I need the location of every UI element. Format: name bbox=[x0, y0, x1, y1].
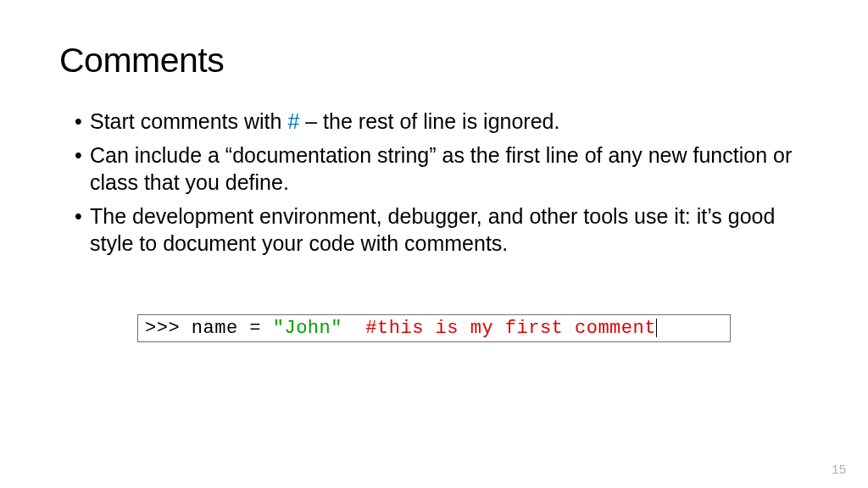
bullet-1-post: – the rest of line is ignored. bbox=[299, 109, 559, 133]
code-example: >>> name = "John" #this is my first comm… bbox=[137, 314, 731, 342]
bullet-list: Start comments with # – the rest of line… bbox=[59, 108, 809, 257]
bullet-1-pre: Start comments with bbox=[90, 109, 287, 133]
code-string: "John" bbox=[273, 318, 342, 339]
text-cursor-icon bbox=[656, 319, 657, 337]
bullet-3: The development environment, debugger, a… bbox=[75, 202, 809, 257]
code-gap bbox=[342, 318, 365, 339]
page-number: 15 bbox=[832, 462, 846, 476]
hash-symbol: # bbox=[287, 109, 299, 133]
code-prompt: >>> bbox=[145, 318, 192, 339]
slide: Comments Start comments with # – the res… bbox=[0, 0, 868, 488]
bullet-1: Start comments with # – the rest of line… bbox=[75, 108, 809, 135]
code-comment: #this is my first comment bbox=[365, 318, 656, 339]
code-assign: name = bbox=[192, 318, 273, 339]
slide-title: Comments bbox=[59, 41, 809, 80]
bullet-2: Can include a “documentation string” as … bbox=[75, 141, 809, 196]
